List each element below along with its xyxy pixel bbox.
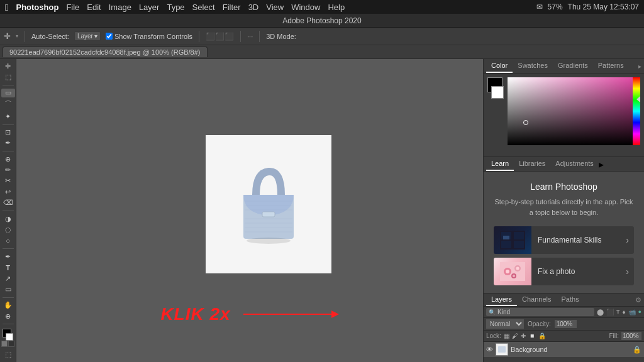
learn-panel-menu[interactable]: ▸ [599, 158, 604, 170]
learn-card-fundamental[interactable]: Fundamental Skills › [494, 226, 634, 254]
lock-image-icon[interactable]: 🖌 [512, 332, 518, 339]
annotation-overlay: KLIK 2x [16, 304, 483, 324]
hue-slider-handle[interactable] [636, 96, 640, 102]
opacity-input[interactable] [555, 320, 577, 328]
learn-panel-tabs: Learn Libraries Adjustments ▸ [484, 157, 644, 172]
shape-tool[interactable]: ▭ [1, 285, 15, 293]
hand-tool[interactable]: ✋ [1, 300, 15, 309]
lock-position-icon[interactable]: ✚ [521, 332, 526, 339]
selection-tool[interactable]: ▭ [1, 89, 15, 97]
lock-all-icon[interactable]: 🔒 [538, 332, 546, 339]
screen-mode[interactable]: ⬚ [1, 350, 15, 359]
layers-search[interactable]: 🔍 [486, 308, 594, 316]
fundamental-thumb-img [494, 226, 531, 254]
tab-layers[interactable]: Layers [486, 293, 517, 306]
text-tool[interactable]: T [1, 263, 15, 272]
brush-tool[interactable]: ✏ [1, 165, 15, 174]
tab-gradients[interactable]: Gradients [553, 59, 593, 73]
hue-slider[interactable] [633, 77, 640, 145]
menu-filter[interactable]: Filter [223, 3, 241, 12]
history-brush[interactable]: ↩ [1, 187, 15, 196]
gradient-tool[interactable]: ◑ [1, 214, 15, 223]
app-name: Photoshop [16, 3, 58, 12]
dodge-tool[interactable]: ○ [1, 236, 15, 245]
lock-artboard-icon[interactable]: ◽ [528, 332, 536, 339]
color-swatches[interactable] [1, 329, 15, 337]
show-transform-checkbox[interactable]: Show Transform Controls [106, 33, 192, 40]
gradient-field[interactable] [508, 77, 640, 145]
tab-patterns[interactable]: Patterns [593, 59, 629, 73]
move-icon: ✛ [4, 31, 11, 41]
crop-tool[interactable]: ⊡ [1, 128, 15, 136]
background-color[interactable] [491, 86, 504, 99]
menu-image[interactable]: Image [109, 3, 131, 12]
magic-wand-tool[interactable]: ✦ [1, 112, 15, 121]
layers-kind-input[interactable] [497, 309, 523, 315]
type-filter-icon[interactable]: T [616, 309, 620, 315]
filter-toggle[interactable]: ● [638, 309, 641, 315]
menu-edit[interactable]: Edit [87, 3, 101, 12]
panel-menu-arrow[interactable]: ▸ [638, 63, 641, 70]
blend-mode-select[interactable]: Normal Multiply Screen [486, 319, 524, 329]
layers-lock-row: Lock: ▦ 🖌 ✚ ◽ 🔒 Fill: [484, 331, 644, 342]
learn-card-fixphoto[interactable]: Fix a photo › [494, 258, 634, 285]
adjust-filter-icon[interactable]: ⬛ [606, 309, 614, 315]
menu-file[interactable]: File [66, 3, 79, 12]
apple-menu[interactable]:  [5, 2, 8, 13]
autoselect-dropdown[interactable]: Layer ▾ [74, 31, 101, 41]
lasso-tool[interactable]: ⌒ [1, 99, 15, 110]
menu-help[interactable]: Help [328, 3, 345, 12]
tab-paths[interactable]: Paths [557, 293, 584, 306]
layer-background[interactable]: 👁 Background 🔒 [484, 342, 644, 357]
shape-filter-icon[interactable]: ♦ [622, 309, 625, 315]
pen-tool[interactable]: ✒ [1, 252, 15, 261]
fill-input[interactable] [621, 332, 641, 340]
menu-view[interactable]: View [266, 3, 284, 12]
tab-channels[interactable]: Channels [517, 293, 556, 306]
title-bar: Adobe Photoshop 2020 [0, 14, 644, 28]
main-layout: ✛ ⬚ ▭ ⌒ ✦ ⊡ ✒ ⊕ ✏ ✂ ↩ ⌫ ◑ ◌ ○ ✒ T ↗ ▭ ✋ … [0, 59, 644, 362]
fixphoto-thumb [494, 258, 531, 285]
eyedropper-tool[interactable]: ✒ [1, 139, 15, 148]
path-select[interactable]: ↗ [1, 274, 15, 283]
tab-learn[interactable]: Learn [486, 157, 514, 171]
layers-controls: 🔍 ⬤ ⬛ T ♦ 📹 ● [484, 307, 644, 318]
zoom-tool[interactable]: ⊕ [1, 312, 15, 321]
options-bar: ✛ ▾ Auto-Select: Layer ▾ Show Transform … [0, 28, 644, 45]
canvas-image [206, 135, 331, 273]
fundamental-arrow: › [626, 235, 634, 245]
tab-bar: 90221ead7696bf02152cadcfdc94088f.jpeg @ … [0, 45, 644, 59]
left-toolbar: ✛ ⬚ ▭ ⌒ ✦ ⊡ ✒ ⊕ ✏ ✂ ↩ ⌫ ◑ ◌ ○ ✒ T ↗ ▭ ✋ … [0, 59, 16, 362]
color-fg-bg [487, 77, 504, 153]
menu-select[interactable]: Select [192, 3, 215, 12]
color-picker[interactable] [508, 77, 640, 153]
opacity-field [555, 320, 577, 328]
document-tab[interactable]: 90221ead7696bf02152cadcfdc94088f.jpeg @ … [3, 47, 208, 57]
layers-settings[interactable]: ⚙ [635, 296, 641, 304]
tab-swatches[interactable]: Swatches [513, 59, 553, 73]
heal-tool[interactable]: ⊕ [1, 155, 15, 163]
tab-adjustments[interactable]: Adjustments [550, 157, 599, 171]
lock-transparent-icon[interactable]: ▦ [504, 332, 509, 339]
move-tool[interactable]: ✛ [1, 62, 15, 70]
fixphoto-thumb-img [494, 258, 531, 285]
eraser-tool[interactable]: ⌫ [1, 199, 15, 207]
layer-thumbnail [496, 343, 508, 356]
more-options[interactable]: ··· [247, 33, 253, 40]
menu-3d[interactable]: 3D [248, 3, 259, 12]
autoselect-label: Auto-Select: [31, 33, 69, 40]
menu-window[interactable]: Window [291, 3, 320, 12]
fixphoto-arrow: › [626, 266, 634, 277]
menu-bar:  Photoshop File Edit Image Layer Type S… [0, 0, 644, 14]
smart-filter-icon[interactable]: 📹 [628, 309, 636, 315]
menu-layer[interactable]: Layer [139, 3, 160, 12]
svg-rect-14 [514, 241, 524, 248]
tab-libraries[interactable]: Libraries [514, 157, 550, 171]
artboard-tool[interactable]: ⬚ [1, 72, 15, 81]
clone-tool[interactable]: ✂ [1, 177, 15, 185]
tab-color[interactable]: Color [486, 59, 513, 73]
layer-visibility-icon[interactable]: 👁 [486, 346, 493, 353]
blur-tool[interactable]: ◌ [1, 225, 15, 234]
menu-type[interactable]: Type [167, 3, 184, 12]
pixel-filter-icon[interactable]: ⬤ [597, 309, 604, 315]
